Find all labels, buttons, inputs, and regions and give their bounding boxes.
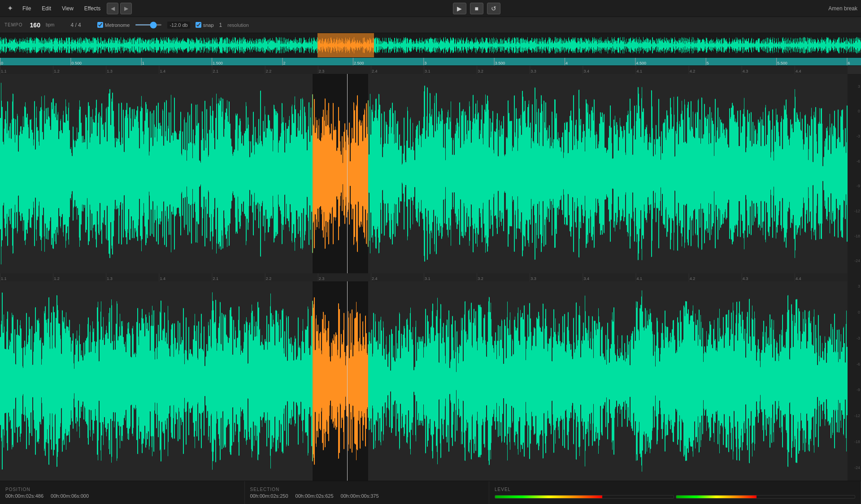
overview-minimap[interactable] — [0, 33, 861, 58]
position-start: 00h:00m:02s:486 — [5, 493, 43, 499]
db-value: -12.0 db — [167, 22, 190, 29]
position-label: Position — [5, 487, 239, 492]
beat-markers-lower — [0, 273, 848, 281]
project-name: Amen break — [828, 5, 857, 12]
ruler — [0, 58, 861, 66]
snap-value: 1 — [219, 22, 222, 28]
level-meter-left — [495, 495, 674, 499]
position-end: 00h:00m:06s:000 — [51, 493, 89, 499]
menu-view[interactable]: View — [57, 4, 78, 13]
metronome-label: Metronome — [105, 22, 130, 28]
menu-bar: ✦ File Edit View Effects ◀ ▶ ▶ ■ ↺ Amen … — [0, 0, 861, 17]
tempo-value[interactable]: 160 — [30, 22, 40, 29]
nav-back-button[interactable]: ◀ — [107, 3, 118, 14]
selection-end: 00h:00m:02s:625 — [296, 493, 334, 499]
volume-slider[interactable] — [135, 24, 162, 26]
snap-label: snap — [203, 22, 214, 28]
level-meter-right — [676, 495, 855, 499]
loop-button[interactable]: ↺ — [487, 3, 500, 14]
volume-slider-container — [135, 24, 162, 26]
position-section: Position 00h:00m:02s:486 00h:00m:06s:000 — [0, 481, 245, 504]
selection-section: Selection 00h:00m:02s:250 00h:00m:02s:62… — [245, 481, 490, 504]
db-scale-upper: 30-3-6-9-12-18-24 — [848, 74, 861, 273]
status-bar: Position 00h:00m:02s:486 00h:00m:06s:000… — [0, 481, 861, 504]
transport-controls: ▶ ■ ↺ — [453, 3, 500, 14]
toolbar: TEMPO 160 bpm 4 / 4 Metronome -12.0 db s… — [0, 17, 861, 33]
bpm-label: bpm — [46, 22, 54, 27]
menu-edit[interactable]: Edit — [37, 4, 56, 13]
position-values: 00h:00m:02s:486 00h:00m:06s:000 — [5, 493, 239, 499]
selection-duration: 00h:00m:00s:375 — [341, 493, 379, 499]
resolution-label: resolution — [227, 22, 249, 28]
menu-effects[interactable]: Effects — [80, 4, 105, 13]
menu-file[interactable]: File — [18, 4, 35, 13]
ruler-canvas — [0, 58, 861, 66]
beat-markers-upper — [0, 66, 848, 74]
metronome-toggle[interactable]: Metronome — [97, 22, 130, 28]
db-scale-lower: 30-3-6-9-12-18-24 — [848, 273, 861, 481]
nav-forward-button[interactable]: ▶ — [120, 3, 132, 14]
level-section: Level — [489, 481, 861, 504]
stop-button[interactable]: ■ — [470, 3, 483, 14]
waveform-area[interactable]: 30-3-6-9-12-18-24 30-3-6-9-12-18-24 — [0, 66, 861, 481]
tempo-label: TEMPO — [4, 22, 23, 27]
selection-label: Selection — [250, 487, 484, 492]
overview-canvas — [0, 33, 861, 57]
snap-checkbox[interactable] — [196, 22, 201, 28]
level-label: Level — [495, 487, 855, 492]
selection-start: 00h:00m:02s:250 — [250, 493, 288, 499]
selection-values: 00h:00m:02s:250 00h:00m:02s:625 00h:00m:… — [250, 493, 484, 499]
play-button[interactable]: ▶ — [453, 3, 466, 14]
metronome-checkbox[interactable] — [97, 22, 103, 28]
app-icon[interactable]: ✦ — [4, 2, 16, 15]
snap-toggle[interactable]: snap — [196, 22, 214, 28]
time-signature[interactable]: 4 / 4 — [70, 22, 81, 28]
